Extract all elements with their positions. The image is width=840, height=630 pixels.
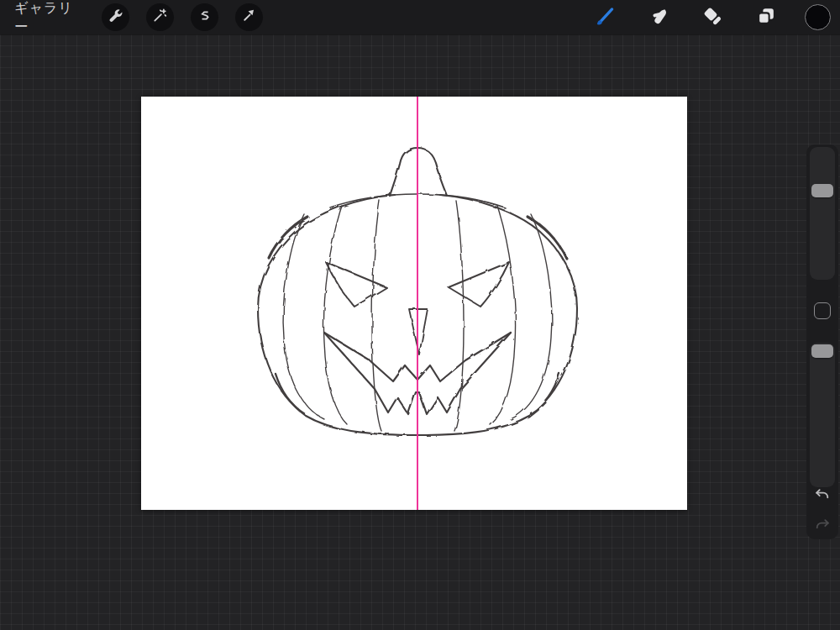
brush-size-handle[interactable] [811, 184, 833, 197]
brush-size-slider[interactable] [810, 147, 835, 280]
gallery-button[interactable]: ギャラリー [14, 0, 85, 36]
adjustments-button[interactable] [146, 3, 174, 31]
wrench-icon [108, 8, 123, 27]
smudge-button[interactable] [643, 3, 674, 33]
eraser-icon [701, 5, 723, 30]
paint-brush-icon [594, 5, 616, 30]
redo-icon [813, 515, 832, 537]
smudge-finger-icon [648, 5, 669, 30]
toolbar: ギャラリー [0, 0, 840, 34]
actions-button[interactable] [102, 3, 129, 31]
modify-button[interactable] [814, 302, 831, 319]
selection-s-icon [197, 8, 213, 27]
sidebar [806, 144, 838, 539]
erase-button[interactable] [697, 3, 727, 33]
selection-button[interactable] [191, 3, 218, 31]
undo-icon [813, 485, 832, 507]
color-swatch-button[interactable] [805, 4, 831, 30]
opacity-slider[interactable] [810, 343, 835, 487]
undo-button[interactable] [812, 486, 832, 506]
layers-button[interactable] [751, 3, 781, 33]
transform-arrow-icon [241, 8, 257, 27]
transform-button[interactable] [235, 3, 263, 31]
sketch-svg [141, 97, 687, 510]
magic-wand-icon [152, 8, 168, 27]
tool-cluster [590, 3, 840, 33]
opacity-handle[interactable] [811, 344, 833, 358]
layers-icon [755, 5, 777, 30]
paint-button[interactable] [590, 3, 620, 33]
procreate-app: ギャラリー [0, 0, 840, 630]
redo-button[interactable] [812, 516, 832, 536]
drawing-canvas[interactable] [141, 97, 687, 510]
